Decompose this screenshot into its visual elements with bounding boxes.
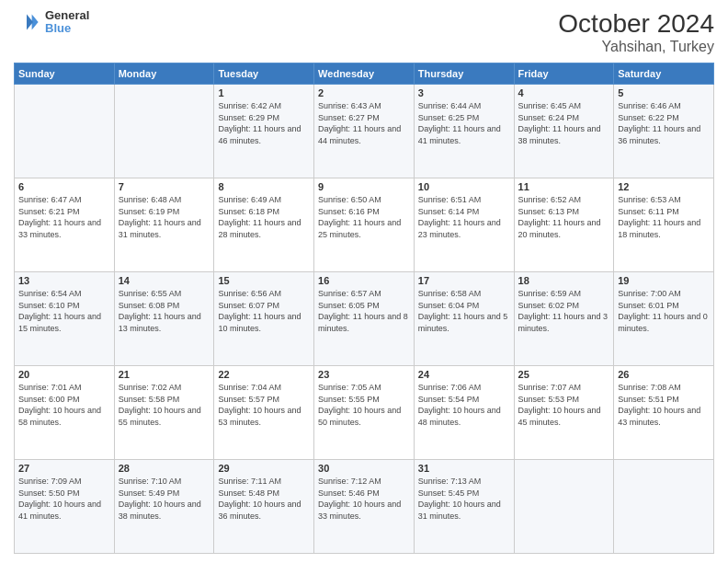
day-info: Sunrise: 7:04 AM Sunset: 5:57 PM Dayligh… (218, 382, 310, 428)
logo-text: General Blue (45, 9, 89, 36)
day-info: Sunrise: 6:57 AM Sunset: 6:05 PM Dayligh… (318, 288, 410, 334)
day-number: 12 (618, 181, 710, 192)
day-info: Sunrise: 6:53 AM Sunset: 6:11 PM Dayligh… (618, 194, 710, 240)
day-number: 16 (318, 275, 410, 286)
calendar-table: SundayMondayTuesdayWednesdayThursdayFrid… (14, 63, 714, 554)
day-number: 9 (318, 181, 410, 192)
calendar-body: 1Sunrise: 6:42 AM Sunset: 6:29 PM Daylig… (15, 85, 714, 554)
day-info: Sunrise: 7:05 AM Sunset: 5:55 PM Dayligh… (318, 382, 410, 428)
col-header-wednesday: Wednesday (314, 63, 415, 85)
calendar-cell (514, 460, 614, 554)
calendar-cell: 16Sunrise: 6:57 AM Sunset: 6:05 PM Dayli… (314, 272, 415, 366)
calendar-cell: 4Sunrise: 6:45 AM Sunset: 6:24 PM Daylig… (514, 85, 614, 178)
day-number: 14 (119, 275, 210, 286)
day-info: Sunrise: 6:50 AM Sunset: 6:16 PM Dayligh… (318, 194, 410, 240)
day-number: 11 (518, 181, 610, 192)
day-info: Sunrise: 7:07 AM Sunset: 5:53 PM Dayligh… (518, 382, 610, 428)
calendar-cell: 24Sunrise: 7:06 AM Sunset: 5:54 PM Dayli… (414, 366, 514, 460)
day-info: Sunrise: 7:13 AM Sunset: 5:45 PM Dayligh… (418, 476, 510, 522)
day-info: Sunrise: 6:47 AM Sunset: 6:21 PM Dayligh… (18, 194, 110, 240)
week-row-4: 20Sunrise: 7:01 AM Sunset: 6:00 PM Dayli… (15, 366, 714, 460)
day-info: Sunrise: 7:02 AM Sunset: 5:58 PM Dayligh… (119, 382, 210, 428)
day-info: Sunrise: 7:00 AM Sunset: 6:01 PM Dayligh… (618, 288, 710, 334)
day-info: Sunrise: 7:10 AM Sunset: 5:49 PM Dayligh… (119, 476, 210, 522)
day-info: Sunrise: 6:55 AM Sunset: 6:08 PM Dayligh… (119, 288, 210, 334)
day-info: Sunrise: 6:42 AM Sunset: 6:29 PM Dayligh… (218, 100, 310, 146)
day-info: Sunrise: 6:49 AM Sunset: 6:18 PM Dayligh… (218, 194, 310, 240)
day-info: Sunrise: 7:08 AM Sunset: 5:51 PM Dayligh… (618, 382, 710, 428)
calendar-cell: 14Sunrise: 6:55 AM Sunset: 6:08 PM Dayli… (114, 272, 214, 366)
day-number: 17 (418, 275, 510, 286)
day-info: Sunrise: 7:01 AM Sunset: 6:00 PM Dayligh… (18, 382, 110, 428)
calendar-cell: 30Sunrise: 7:12 AM Sunset: 5:46 PM Dayli… (314, 460, 415, 554)
day-number: 21 (119, 369, 210, 380)
calendar-cell (15, 85, 115, 178)
week-row-2: 6Sunrise: 6:47 AM Sunset: 6:21 PM Daylig… (15, 178, 714, 272)
calendar-cell: 17Sunrise: 6:58 AM Sunset: 6:04 PM Dayli… (414, 272, 514, 366)
calendar-cell: 28Sunrise: 7:10 AM Sunset: 5:49 PM Dayli… (114, 460, 214, 554)
calendar-cell: 31Sunrise: 7:13 AM Sunset: 5:45 PM Dayli… (414, 460, 514, 554)
day-number: 20 (18, 369, 110, 380)
col-header-monday: Monday (114, 63, 214, 85)
day-number: 4 (518, 87, 610, 98)
calendar-cell: 9Sunrise: 6:50 AM Sunset: 6:16 PM Daylig… (314, 178, 415, 272)
day-number: 29 (218, 463, 310, 474)
header: General Blue October 2024 Yahsihan, Turk… (14, 9, 714, 55)
day-info: Sunrise: 6:56 AM Sunset: 6:07 PM Dayligh… (218, 288, 310, 334)
day-info: Sunrise: 6:44 AM Sunset: 6:25 PM Dayligh… (418, 100, 510, 146)
week-row-1: 1Sunrise: 6:42 AM Sunset: 6:29 PM Daylig… (15, 85, 714, 178)
calendar-cell: 20Sunrise: 7:01 AM Sunset: 6:00 PM Dayli… (15, 366, 115, 460)
calendar-cell: 12Sunrise: 6:53 AM Sunset: 6:11 PM Dayli… (614, 178, 714, 272)
calendar-cell: 18Sunrise: 6:59 AM Sunset: 6:02 PM Dayli… (514, 272, 614, 366)
day-info: Sunrise: 7:06 AM Sunset: 5:54 PM Dayligh… (418, 382, 510, 428)
day-info: Sunrise: 6:51 AM Sunset: 6:14 PM Dayligh… (418, 194, 510, 240)
calendar-cell: 25Sunrise: 7:07 AM Sunset: 5:53 PM Dayli… (514, 366, 614, 460)
day-info: Sunrise: 7:12 AM Sunset: 5:46 PM Dayligh… (318, 476, 410, 522)
calendar-cell: 8Sunrise: 6:49 AM Sunset: 6:18 PM Daylig… (214, 178, 314, 272)
day-number: 1 (218, 87, 310, 98)
logo-line1: General (45, 9, 89, 22)
calendar-cell: 23Sunrise: 7:05 AM Sunset: 5:55 PM Dayli… (314, 366, 415, 460)
day-info: Sunrise: 6:48 AM Sunset: 6:19 PM Dayligh… (119, 194, 210, 240)
calendar-cell: 13Sunrise: 6:54 AM Sunset: 6:10 PM Dayli… (15, 272, 115, 366)
calendar-cell: 21Sunrise: 7:02 AM Sunset: 5:58 PM Dayli… (114, 366, 214, 460)
calendar-cell: 27Sunrise: 7:09 AM Sunset: 5:50 PM Dayli… (15, 460, 115, 554)
day-info: Sunrise: 6:46 AM Sunset: 6:22 PM Dayligh… (618, 100, 710, 146)
day-number: 3 (418, 87, 510, 98)
day-info: Sunrise: 6:43 AM Sunset: 6:27 PM Dayligh… (318, 100, 410, 146)
calendar-cell: 15Sunrise: 6:56 AM Sunset: 6:07 PM Dayli… (214, 272, 314, 366)
day-number: 18 (518, 275, 610, 286)
calendar-subtitle: Yahsihan, Turkey (558, 39, 714, 55)
col-header-friday: Friday (514, 63, 614, 85)
day-number: 5 (618, 87, 710, 98)
col-header-saturday: Saturday (614, 63, 714, 85)
week-row-5: 27Sunrise: 7:09 AM Sunset: 5:50 PM Dayli… (15, 460, 714, 554)
day-number: 26 (618, 369, 710, 380)
calendar-cell: 3Sunrise: 6:44 AM Sunset: 6:25 PM Daylig… (414, 85, 514, 178)
day-info: Sunrise: 7:09 AM Sunset: 5:50 PM Dayligh… (18, 476, 110, 522)
calendar-cell: 19Sunrise: 7:00 AM Sunset: 6:01 PM Dayli… (614, 272, 714, 366)
day-number: 27 (18, 463, 110, 474)
col-header-sunday: Sunday (15, 63, 115, 85)
col-header-tuesday: Tuesday (214, 63, 314, 85)
day-info: Sunrise: 7:11 AM Sunset: 5:48 PM Dayligh… (218, 476, 310, 522)
logo: General Blue (14, 9, 89, 36)
day-number: 30 (318, 463, 410, 474)
day-number: 13 (18, 275, 110, 286)
day-number: 8 (218, 181, 310, 192)
day-number: 7 (119, 181, 210, 192)
week-row-3: 13Sunrise: 6:54 AM Sunset: 6:10 PM Dayli… (15, 272, 714, 366)
day-number: 15 (218, 275, 310, 286)
day-number: 31 (418, 463, 510, 474)
day-number: 19 (618, 275, 710, 286)
logo-icon (14, 9, 40, 35)
calendar-cell: 6Sunrise: 6:47 AM Sunset: 6:21 PM Daylig… (15, 178, 115, 272)
calendar-cell: 5Sunrise: 6:46 AM Sunset: 6:22 PM Daylig… (614, 85, 714, 178)
day-info: Sunrise: 6:45 AM Sunset: 6:24 PM Dayligh… (518, 100, 610, 146)
col-header-thursday: Thursday (414, 63, 514, 85)
title-block: October 2024 Yahsihan, Turkey (558, 9, 714, 55)
day-number: 10 (418, 181, 510, 192)
header-row: SundayMondayTuesdayWednesdayThursdayFrid… (15, 63, 714, 85)
calendar-title: October 2024 (558, 9, 714, 39)
calendar-cell: 26Sunrise: 7:08 AM Sunset: 5:51 PM Dayli… (614, 366, 714, 460)
